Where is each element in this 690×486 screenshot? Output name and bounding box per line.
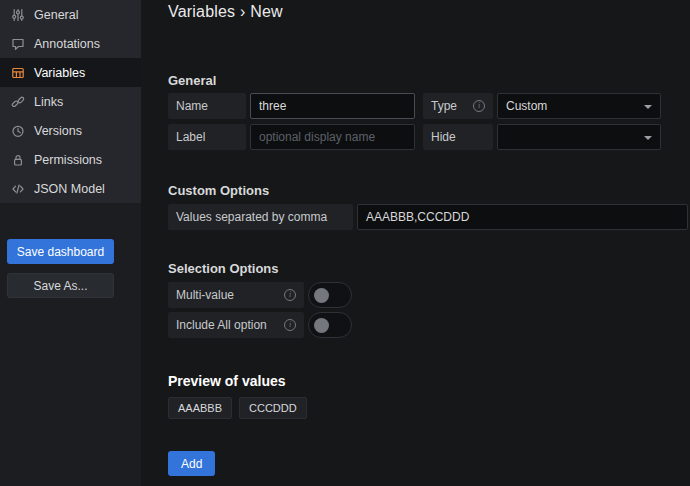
section-heading-selection-options: Selection Options <box>168 261 688 276</box>
include-all-row: Include All option <box>168 312 688 338</box>
sidebar-item-versions[interactable]: Versions <box>0 116 141 145</box>
sidebar-item-general[interactable]: General <box>0 0 141 29</box>
sidebar-item-json-model[interactable]: JSON Model <box>0 174 141 203</box>
include-all-label: Include All option <box>168 312 304 338</box>
comment-icon <box>11 37 25 51</box>
sidebar-item-label: Variables <box>34 66 85 80</box>
type-label: Type <box>423 93 493 119</box>
type-select[interactable]: Custom <box>497 93 661 119</box>
sidebar-item-label: General <box>34 8 78 22</box>
type-select-value: Custom <box>506 99 547 113</box>
table-icon <box>11 66 25 80</box>
sidebar-item-label: Versions <box>34 124 82 138</box>
preview-value-chip: CCCDDD <box>239 397 307 419</box>
history-icon <box>11 124 25 138</box>
sidebar-item-label: JSON Model <box>34 182 105 196</box>
label-input[interactable] <box>250 124 415 150</box>
sidebar-item-label: Annotations <box>34 37 100 51</box>
name-type-row: Name Type Custom <box>168 93 688 119</box>
sidebar-item-variables[interactable]: Variables <box>0 58 141 87</box>
multi-value-label-text: Multi-value <box>176 288 234 302</box>
custom-values-input[interactable] <box>357 204 688 230</box>
name-input[interactable] <box>250 93 415 119</box>
name-label: Name <box>168 93 246 119</box>
app-root: General Annotations Variables <box>0 0 690 486</box>
toggle-knob <box>314 318 329 333</box>
multi-value-row: Multi-value <box>168 282 688 308</box>
add-button[interactable]: Add <box>168 451 215 476</box>
preview-values: AAABBB CCCDDD <box>168 397 688 419</box>
include-all-toggle[interactable] <box>308 312 352 338</box>
lock-icon <box>11 153 25 167</box>
label-label: Label <box>168 124 246 150</box>
hide-label: Hide <box>423 124 493 150</box>
sliders-icon <box>11 8 25 22</box>
values-separated-label: Values separated by comma <box>168 204 353 230</box>
custom-values-row: Values separated by comma <box>168 204 688 230</box>
label-hide-row: Label Hide <box>168 124 688 150</box>
hide-select[interactable] <box>497 124 661 150</box>
settings-sidebar: General Annotations Variables <box>0 0 141 486</box>
type-label-text: Type <box>431 99 457 113</box>
preview-heading: Preview of values <box>168 373 688 389</box>
include-all-label-text: Include All option <box>176 318 267 332</box>
info-icon[interactable] <box>473 100 485 112</box>
main-content: Variables › New General Name Type Custom… <box>141 0 690 486</box>
hide-label-text: Hide <box>431 130 456 144</box>
preview-value-chip: AAABBB <box>168 397 232 419</box>
sidebar-item-permissions[interactable]: Permissions <box>0 145 141 174</box>
settings-nav-list: General Annotations Variables <box>0 0 141 203</box>
multi-value-toggle[interactable] <box>308 282 352 308</box>
save-dashboard-button[interactable]: Save dashboard <box>7 239 114 264</box>
toggle-knob <box>314 288 329 303</box>
section-heading-general: General <box>168 73 688 88</box>
save-as-button[interactable]: Save As... <box>7 273 114 298</box>
multi-value-label: Multi-value <box>168 282 304 308</box>
chevron-down-icon <box>644 136 652 140</box>
info-icon[interactable] <box>284 289 296 301</box>
sidebar-item-links[interactable]: Links <box>0 87 141 116</box>
sidebar-item-label: Links <box>34 95 63 109</box>
chevron-down-icon <box>644 105 652 109</box>
sidebar-item-label: Permissions <box>34 153 102 167</box>
info-icon[interactable] <box>284 319 296 331</box>
section-heading-custom-options: Custom Options <box>168 183 688 198</box>
link-icon <box>11 95 25 109</box>
sidebar-item-annotations[interactable]: Annotations <box>0 29 141 58</box>
code-icon <box>11 182 25 196</box>
page-title: Variables › New <box>168 3 688 21</box>
